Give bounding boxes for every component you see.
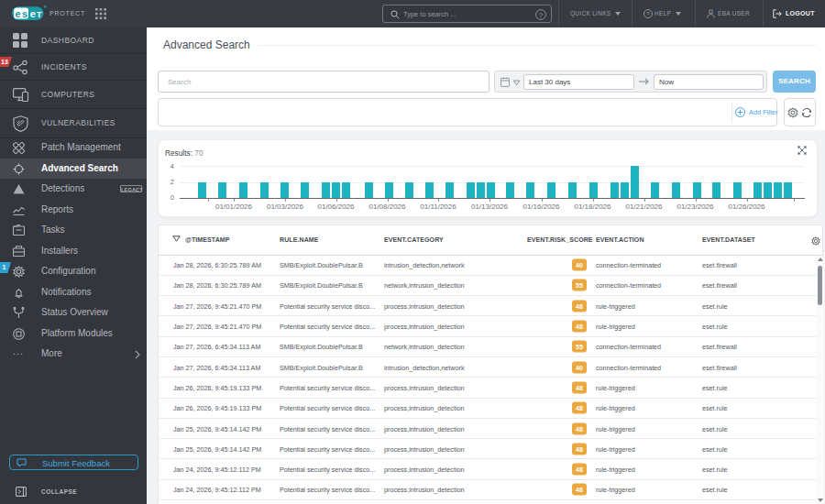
svg-text:e: e xyxy=(30,8,36,19)
svg-text:T: T xyxy=(37,9,42,19)
svg-text:es: es xyxy=(15,8,28,19)
svg-text:?: ? xyxy=(646,10,650,16)
svg-text:?: ? xyxy=(539,11,543,19)
